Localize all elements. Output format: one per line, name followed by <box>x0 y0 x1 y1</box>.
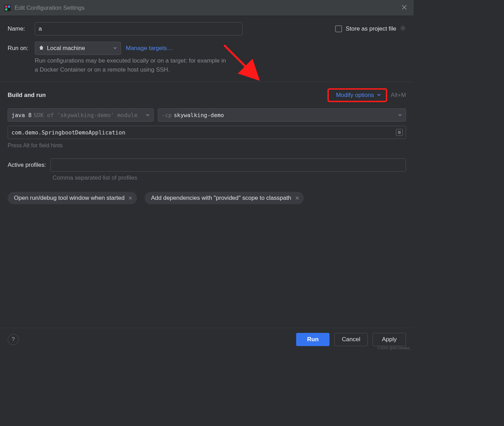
runon-hint: Run configurations may be executed local… <box>35 56 229 74</box>
build-run-title: Build and run <box>8 92 46 99</box>
profiles-input[interactable] <box>50 158 406 172</box>
modify-options-link[interactable]: Modify options <box>327 88 387 102</box>
option-tag-label: Add dependencies with "provided" scope t… <box>151 195 291 202</box>
arrow-annotation <box>221 42 262 83</box>
modify-options-label: Modify options <box>336 92 374 99</box>
option-tag: Add dependencies with "provided" scope t… <box>145 192 303 204</box>
titlebar: Edit Configuration Settings <box>0 0 414 16</box>
main-class-input[interactable]: com.demo.SpringbootDemoApplication <box>8 126 406 139</box>
home-icon <box>39 45 44 52</box>
chevron-down-icon <box>146 112 150 118</box>
runon-value: Local machine <box>47 45 85 52</box>
window-title: Edit Configuration Settings <box>15 5 84 11</box>
runon-combo[interactable]: Local machine <box>35 42 121 55</box>
close-icon[interactable] <box>295 195 299 201</box>
name-label: Name: <box>8 25 35 32</box>
run-button[interactable]: Run <box>296 333 330 346</box>
watermark: CSDN @ACGkaka_ <box>377 346 412 350</box>
close-icon[interactable] <box>399 3 409 13</box>
store-checkbox[interactable] <box>335 25 342 32</box>
chevron-down-icon <box>113 45 117 52</box>
chevron-down-icon <box>398 112 402 118</box>
main-class-value: com.demo.SpringbootDemoApplication <box>11 129 125 136</box>
intellij-icon <box>4 5 11 11</box>
sdk-module: SDK of 'skywalking-demo' module <box>34 112 138 118</box>
sdk-combo[interactable]: java 8 SDK of 'skywalking-demo' module <box>8 108 154 122</box>
chevron-down-icon <box>377 92 381 99</box>
svg-rect-3 <box>5 8 7 10</box>
svg-rect-1 <box>5 6 7 8</box>
store-label[interactable]: Store as project file <box>346 25 396 32</box>
manage-targets-link[interactable]: Manage targets… <box>126 45 173 52</box>
modify-shortcut: Alt+M <box>391 92 406 99</box>
classpath-combo[interactable]: -cp skywalking-demo <box>158 108 406 122</box>
svg-point-4 <box>402 27 404 29</box>
footer: ? Run Cancel Apply <box>0 328 414 351</box>
profiles-hint: Comma separated list of profiles <box>52 174 406 181</box>
svg-rect-2 <box>8 6 10 8</box>
list-icon[interactable] <box>396 129 403 136</box>
help-button[interactable]: ? <box>8 334 19 345</box>
gear-icon[interactable] <box>400 25 406 33</box>
cp-value: skywalking-demo <box>174 112 224 118</box>
name-input[interactable] <box>35 22 243 35</box>
sdk-value: java 8 <box>11 112 32 118</box>
close-icon[interactable] <box>129 195 132 201</box>
apply-button[interactable]: Apply <box>373 333 406 346</box>
profiles-label: Active profiles: <box>8 162 46 169</box>
svg-line-5 <box>224 45 255 76</box>
runon-label: Run on: <box>8 45 35 52</box>
cancel-button[interactable]: Cancel <box>334 333 368 346</box>
option-tag: Open run/debug tool window when started <box>8 192 137 204</box>
field-hint: Press Alt for field hints <box>8 142 406 149</box>
option-tag-label: Open run/debug tool window when started <box>14 195 124 202</box>
divider <box>0 82 414 82</box>
cp-flag: -cp <box>162 112 172 118</box>
